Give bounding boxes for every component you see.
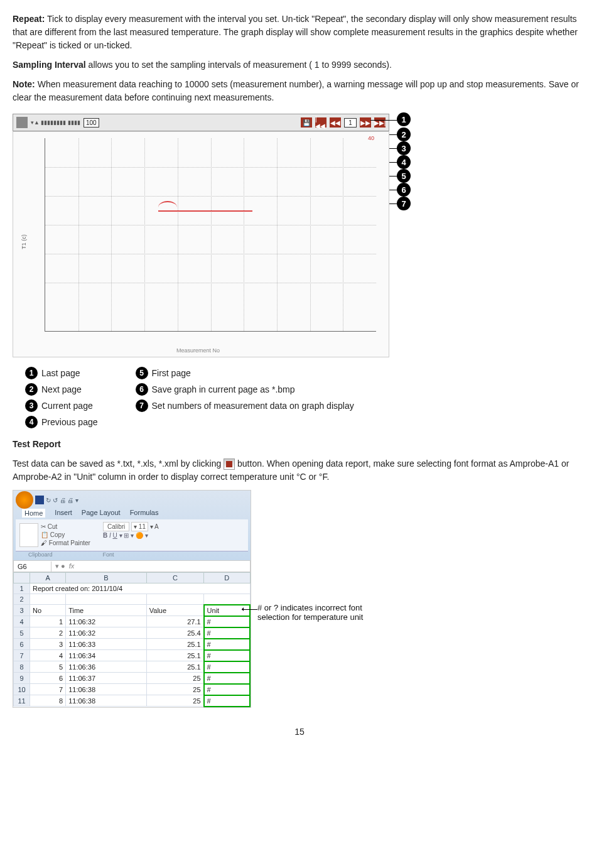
callout-1: 1 [397,112,411,126]
last-page-icon[interactable]: |◀◀ [315,117,326,127]
cell-unit[interactable]: # [204,695,250,707]
col-c[interactable]: C [146,573,203,583]
cell-unit[interactable]: # [204,627,250,639]
hdr-value[interactable]: Value [146,605,203,616]
first-page-icon[interactable]: ▶▶| [374,117,386,127]
save-bmp-icon[interactable]: 💾 [301,117,312,127]
cell-value[interactable]: 25 [146,695,203,707]
tab-insert[interactable]: Insert [55,509,72,518]
row-header[interactable]: 6 [14,639,30,650]
tab-formulas[interactable]: Formulas [130,509,159,518]
font-size[interactable]: ▾ 11 [131,522,148,531]
cell-no[interactable]: 8 [30,695,66,707]
annotation-arrow-icon [242,609,257,610]
cell-time[interactable]: 11:06:36 [66,661,147,673]
cell-time[interactable]: 11:06:37 [66,673,147,684]
next-page-icon[interactable]: ▶▶ [360,117,371,127]
row-header[interactable]: 7 [14,650,30,661]
cell-no[interactable]: 3 [30,639,66,650]
callout-4: 4 [397,155,411,169]
cell-time[interactable]: 11:06:32 [66,627,147,639]
row-header[interactable]: 9 [14,673,30,684]
cell-value[interactable]: 25.1 [146,639,203,650]
graph-section: ▾▲ ▮▮▮▮▮▮▮▮ ▮▮▮▮ 100 💾 |◀◀ ◀◀ 1 ▶▶ ▶▶| 1… [13,114,586,428]
font-name[interactable]: Calibri [103,522,129,531]
x-axis-label: Measurement No [176,347,220,354]
current-page-box[interactable]: 1 [344,118,357,127]
test-report-heading: Test Report [13,438,586,451]
graph-body: T1 (c) 40 Measurement No [13,131,389,357]
tab-page-layout[interactable]: Page Layout [82,509,121,518]
legend-5: First page [152,368,191,378]
legend-1: Last page [41,368,80,378]
legend-3: Current page [41,401,93,411]
cell-unit[interactable]: # [204,639,250,650]
row-header[interactable]: 4 [14,616,30,627]
annotation: # or ? indicates incorrect font selectio… [257,603,363,622]
cell-value[interactable]: 25 [146,684,203,695]
hdr-time[interactable]: Time [66,605,147,616]
col-a[interactable]: A [30,573,66,583]
callout-2: 2 [397,127,411,141]
cell-value[interactable]: 25.1 [146,650,203,661]
office-button-icon[interactable] [16,491,33,509]
callout-3: 3 [397,141,411,155]
tab-home[interactable]: Home [22,509,45,518]
row-header[interactable]: 10 [14,684,30,695]
cell-value[interactable]: 27.1 [146,616,203,627]
hdr-no[interactable]: No [30,605,66,616]
cell-unit[interactable]: # [204,673,250,684]
y-axis-label: T1 (c) [21,234,27,249]
prev-page-icon[interactable]: ◀◀ [330,117,341,127]
tool-icon[interactable] [16,117,28,128]
cell-time[interactable]: 11:06:33 [66,639,147,650]
excel-grid: A B C D 1Report created on: 2011/10/4 2 … [13,572,251,707]
para-sampling: Sampling Interval allows you to set the … [13,58,586,72]
cut-label[interactable]: ✂ Cut [41,523,90,530]
toolbar-text: ▾▲ ▮▮▮▮▮▮▮▮ ▮▮▮▮ [31,119,80,126]
cell-time[interactable]: 11:06:38 [66,684,147,695]
cell-reference[interactable]: G6 [14,561,51,572]
toolbar-value[interactable]: 100 [84,118,99,127]
cell-unit[interactable]: # [204,616,250,627]
cell-unit[interactable]: # [204,684,250,695]
graph-toolbar: ▾▲ ▮▮▮▮▮▮▮▮ ▮▮▮▮ 100 💾 |◀◀ ◀◀ 1 ▶▶ ▶▶| [13,114,389,131]
cell-value[interactable]: 25.4 [146,627,203,639]
legend-4: Previous page [41,417,98,427]
save-icon[interactable] [224,458,235,470]
cell-unit[interactable]: # [204,661,250,673]
para-repeat: Repeat: Tick to display every measuremen… [13,13,586,52]
callout-6: 6 [397,183,411,197]
cell-value[interactable]: 25.1 [146,661,203,673]
legend-2: Next page [41,384,82,394]
cell-time[interactable]: 11:06:34 [66,650,147,661]
graph-plot-area: 40 [45,138,376,332]
col-b[interactable]: B [66,573,147,583]
cell-time[interactable]: 11:06:38 [66,695,147,707]
cell-no[interactable]: 6 [30,673,66,684]
callout-5: 5 [397,169,411,183]
report-created[interactable]: Report created on: 2011/10/4 [30,583,251,594]
cell-no[interactable]: 1 [30,616,66,627]
clipboard-group-label: Clipboard [28,551,53,558]
formula-bar[interactable]: ▾ ● fx [51,561,78,572]
cell-value[interactable]: 25 [146,673,203,684]
para-note: Note: When measurement data reaching to … [13,78,586,104]
paste-icon[interactable] [19,523,38,547]
excel-screenshot: ↻ ↺ 🖨 🖨 ▾ Home Insert Page Layout Formul… [13,490,251,708]
copy-label[interactable]: 📋 Copy [41,531,90,538]
row-header[interactable]: 5 [14,627,30,639]
cell-no[interactable]: 5 [30,661,66,673]
cell-time[interactable]: 11:06:32 [66,616,147,627]
col-d[interactable]: D [204,573,250,583]
qat-save-icon[interactable] [35,496,44,504]
cell-no[interactable]: 2 [30,627,66,639]
row-header[interactable]: 11 [14,695,30,707]
page-number: 15 [13,727,586,737]
cell-unit[interactable]: # [204,650,250,661]
cell-no[interactable]: 4 [30,650,66,661]
legend-7: Set numbers of measurement data on graph… [152,401,354,411]
format-painter-label[interactable]: 🖌 Format Painter [41,540,90,546]
cell-no[interactable]: 7 [30,684,66,695]
row-header[interactable]: 8 [14,661,30,673]
